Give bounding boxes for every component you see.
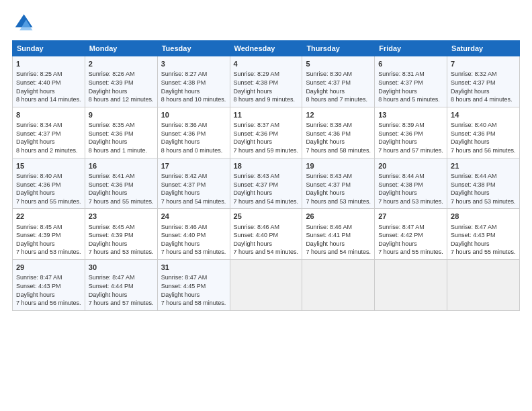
day-number: 26 — [306, 212, 371, 222]
sunrise: Sunrise: 8:46 AM — [234, 224, 280, 230]
day-number: 8 — [16, 110, 81, 120]
sunrise: Sunrise: 8:44 AM — [378, 173, 425, 179]
day-number: 25 — [234, 212, 299, 222]
cell-3-3: 17Sunrise: 8:42 AMSunset: 4:37 PMDayligh… — [157, 158, 230, 209]
sunrise: Sunrise: 8:32 AM — [451, 71, 497, 77]
sunrise: Sunrise: 8:46 AM — [161, 224, 208, 230]
sunrise: Sunrise: 8:45 AM — [16, 224, 62, 230]
cell-5-5 — [302, 260, 375, 311]
day-number: 15 — [16, 161, 81, 171]
cell-2-2: 9Sunrise: 8:35 AMSunset: 4:36 PMDaylight… — [85, 107, 157, 158]
sunrise: Sunrise: 8:47 AM — [451, 224, 497, 230]
col-header-tuesday: Tuesday — [157, 41, 230, 56]
daylight-label: Daylight hours — [89, 291, 128, 298]
daylight-label: Daylight hours — [161, 189, 200, 196]
cell-3-5: 19Sunrise: 8:43 AMSunset: 4:37 PMDayligh… — [302, 158, 375, 209]
cell-1-2: 2Sunrise: 8:26 AMSunset: 4:39 PMDaylight… — [85, 56, 157, 107]
sunset: Sunset: 4:37 PM — [306, 79, 351, 86]
day-number: 27 — [378, 212, 443, 222]
daylight-label: Daylight hours — [451, 88, 490, 95]
sunrise: Sunrise: 8:35 AM — [89, 122, 135, 128]
daylight-value: 8 hours and 9 minutes. — [234, 96, 296, 103]
daylight-value: 7 hours and 53 minutes. — [161, 248, 226, 255]
daylight-label: Daylight hours — [89, 138, 128, 145]
cell-5-7 — [447, 260, 520, 311]
cell-1-1: 1Sunrise: 8:25 AMSunset: 4:40 PMDaylight… — [13, 56, 85, 107]
cell-1-7: 7Sunrise: 8:32 AMSunset: 4:37 PMDaylight… — [447, 56, 520, 107]
sunset: Sunset: 4:36 PM — [378, 130, 423, 137]
cell-1-5: 5Sunrise: 8:30 AMSunset: 4:37 PMDaylight… — [302, 56, 375, 107]
daylight-label: Daylight hours — [161, 88, 200, 95]
day-number: 28 — [451, 212, 516, 222]
sunset: Sunset: 4:38 PM — [161, 79, 206, 86]
daylight-value: 8 hours and 4 minutes. — [451, 96, 513, 103]
cell-4-4: 25Sunrise: 8:46 AMSunset: 4:40 PMDayligh… — [230, 209, 302, 260]
daylight-label: Daylight hours — [234, 88, 273, 95]
sunset: Sunset: 4:43 PM — [451, 232, 496, 238]
daylight-label: Daylight hours — [89, 240, 128, 247]
daylight-value: 8 hours and 7 minutes. — [306, 96, 367, 103]
daylight-label: Daylight hours — [161, 291, 200, 298]
sunrise: Sunrise: 8:29 AM — [234, 71, 280, 77]
page: SundayMondayTuesdayWednesdayThursdayFrid… — [0, 0, 532, 411]
sunrise: Sunrise: 8:42 AM — [161, 173, 208, 179]
cell-4-3: 24Sunrise: 8:46 AMSunset: 4:40 PMDayligh… — [157, 209, 230, 260]
sunrise: Sunrise: 8:40 AM — [451, 122, 497, 128]
cell-2-7: 14Sunrise: 8:40 AMSunset: 4:36 PMDayligh… — [447, 107, 520, 158]
daylight-value: 7 hours and 54 minutes. — [161, 198, 226, 205]
daylight-label: Daylight hours — [161, 240, 200, 247]
cell-3-4: 18Sunrise: 8:43 AMSunset: 4:37 PMDayligh… — [230, 158, 302, 209]
cell-3-1: 15Sunrise: 8:40 AMSunset: 4:36 PMDayligh… — [13, 158, 85, 209]
col-header-monday: Monday — [85, 41, 157, 56]
sunrise: Sunrise: 8:34 AM — [16, 122, 62, 128]
sunset: Sunset: 4:42 PM — [378, 232, 423, 238]
sunset: Sunset: 4:38 PM — [378, 181, 423, 188]
day-number: 29 — [16, 263, 81, 273]
cell-3-7: 21Sunrise: 8:44 AMSunset: 4:38 PMDayligh… — [447, 158, 520, 209]
cell-2-1: 8Sunrise: 8:34 AMSunset: 4:37 PMDaylight… — [13, 107, 85, 158]
sunrise: Sunrise: 8:30 AM — [306, 71, 352, 77]
daylight-label: Daylight hours — [234, 138, 273, 145]
daylight-label: Daylight hours — [234, 240, 273, 247]
daylight-label: Daylight hours — [306, 240, 345, 247]
sunset: Sunset: 4:37 PM — [306, 181, 351, 188]
sunset: Sunset: 4:40 PM — [161, 232, 206, 238]
daylight-value: 8 hours and 5 minutes. — [378, 96, 440, 103]
cell-4-2: 23Sunrise: 8:45 AMSunset: 4:39 PMDayligh… — [85, 209, 157, 260]
week-row-3: 15Sunrise: 8:40 AMSunset: 4:36 PMDayligh… — [13, 158, 520, 209]
col-header-saturday: Saturday — [447, 41, 520, 56]
cell-2-4: 11Sunrise: 8:37 AMSunset: 4:36 PMDayligh… — [230, 107, 302, 158]
day-number: 31 — [161, 263, 226, 273]
header-row: SundayMondayTuesdayWednesdayThursdayFrid… — [13, 41, 520, 56]
daylight-label: Daylight hours — [378, 189, 417, 196]
day-number: 9 — [89, 110, 154, 120]
week-row-2: 8Sunrise: 8:34 AMSunset: 4:37 PMDaylight… — [13, 107, 520, 158]
sunset: Sunset: 4:37 PM — [161, 181, 206, 188]
cell-1-3: 3Sunrise: 8:27 AMSunset: 4:38 PMDaylight… — [157, 56, 230, 107]
sunset: Sunset: 4:45 PM — [161, 283, 206, 289]
sunset: Sunset: 4:40 PM — [234, 232, 279, 238]
day-number: 19 — [306, 161, 371, 171]
cell-4-5: 26Sunrise: 8:46 AMSunset: 4:41 PMDayligh… — [302, 209, 375, 260]
col-header-friday: Friday — [375, 41, 447, 56]
sunset: Sunset: 4:36 PM — [89, 130, 134, 137]
day-number: 12 — [306, 110, 371, 120]
sunset: Sunset: 4:41 PM — [306, 232, 351, 238]
daylight-value: 8 hours and 14 minutes. — [16, 96, 81, 103]
daylight-value: 7 hours and 53 minutes. — [306, 198, 371, 205]
daylight-value: 7 hours and 53 minutes. — [16, 248, 81, 255]
daylight-label: Daylight hours — [234, 189, 273, 196]
sunrise: Sunrise: 8:45 AM — [89, 224, 135, 230]
cell-5-3: 31Sunrise: 8:47 AMSunset: 4:45 PMDayligh… — [157, 260, 230, 311]
daylight-label: Daylight hours — [16, 189, 55, 196]
col-header-wednesday: Wednesday — [230, 41, 302, 56]
sunset: Sunset: 4:37 PM — [378, 79, 423, 86]
daylight-label: Daylight hours — [378, 240, 417, 247]
daylight-label: Daylight hours — [451, 189, 490, 196]
daylight-label: Daylight hours — [306, 189, 345, 196]
sunset: Sunset: 4:36 PM — [16, 181, 61, 188]
sunrise: Sunrise: 8:47 AM — [89, 274, 135, 281]
sunset: Sunset: 4:39 PM — [16, 232, 61, 238]
week-row-1: 1Sunrise: 8:25 AMSunset: 4:40 PMDaylight… — [13, 56, 520, 107]
daylight-label: Daylight hours — [89, 189, 128, 196]
